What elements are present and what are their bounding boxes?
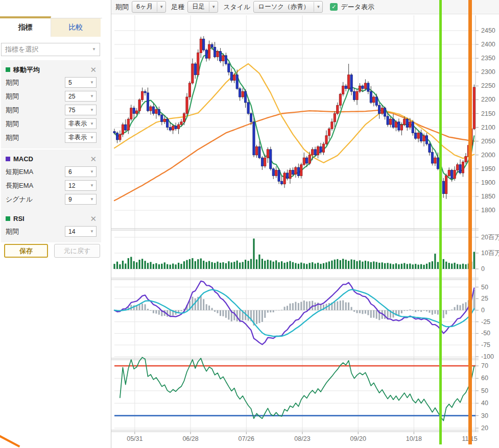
close-icon[interactable]: ✕ bbox=[90, 215, 97, 222]
svg-text:-25: -25 bbox=[481, 318, 490, 326]
svg-text:60: 60 bbox=[481, 375, 488, 382]
svg-text:-75: -75 bbox=[481, 341, 490, 349]
chevron-down-icon: ▼ bbox=[314, 5, 322, 9]
svg-text:10/18: 10/18 bbox=[406, 435, 422, 442]
check-icon: ✓ bbox=[331, 4, 336, 10]
close-icon[interactable]: ✕ bbox=[90, 155, 97, 163]
svg-text:2200: 2200 bbox=[481, 96, 495, 103]
chevron-down-icon: ▼ bbox=[209, 5, 218, 9]
macd-short-ema-label: 短期EMA bbox=[6, 167, 33, 177]
ma-period-2-label: 期間 bbox=[6, 92, 19, 101]
chevron-down-icon: ▼ bbox=[92, 47, 96, 52]
chevron-down-icon: ▼ bbox=[157, 5, 165, 9]
close-icon[interactable]: ✕ bbox=[90, 66, 97, 73]
svg-text:20: 20 bbox=[481, 425, 488, 432]
ma-period-5-label: 期間 bbox=[6, 133, 19, 142]
svg-text:10百万: 10百万 bbox=[481, 250, 499, 257]
svg-text:1900: 1900 bbox=[481, 179, 495, 186]
macd-panel-title: MACD bbox=[13, 155, 33, 163]
svg-text:2400: 2400 bbox=[481, 41, 495, 48]
chevron-down-icon: ▼ bbox=[90, 94, 94, 98]
svg-text:2100: 2100 bbox=[481, 124, 495, 131]
ma-period-4-label: 期間 bbox=[6, 119, 19, 129]
rsi-color-swatch bbox=[6, 216, 10, 221]
ma-period-2-select[interactable]: 25▼ bbox=[65, 91, 97, 102]
svg-text:05/31: 05/31 bbox=[127, 435, 142, 442]
save-button[interactable]: 保存 bbox=[4, 244, 48, 258]
svg-text:-50: -50 bbox=[481, 330, 490, 337]
macd-color-swatch bbox=[6, 157, 10, 161]
svg-text:2000: 2000 bbox=[481, 152, 495, 159]
svg-text:2250: 2250 bbox=[481, 82, 495, 89]
svg-text:-100: -100 bbox=[481, 353, 494, 360]
macd-panel: MACD ✕ 短期EMA 6▼ 長期EMA 12▼ シグナル 9▼ bbox=[1, 150, 101, 210]
rsi-panel: RSI ✕ 期間 14▼ bbox=[1, 209, 101, 242]
svg-text:2450: 2450 bbox=[481, 27, 495, 34]
bar-type-select[interactable]: 日足 ▼ bbox=[187, 1, 218, 13]
svg-text:70: 70 bbox=[481, 362, 488, 369]
rsi-panel-title: RSI bbox=[13, 215, 25, 222]
macd-signal-select[interactable]: 9▼ bbox=[65, 194, 97, 205]
ma-color-swatch bbox=[6, 67, 10, 72]
moving-average-panel: 移動平均 ✕ 期間 5▼ 期間 25▼ 期間 75▼ 期間 非表示▼ 期間 非表… bbox=[1, 60, 101, 148]
macd-long-ema-label: 長期EMA bbox=[6, 181, 33, 190]
data-display-checkbox[interactable]: ✓ bbox=[330, 3, 338, 11]
bar-type-label: 足種 bbox=[171, 3, 184, 12]
svg-text:06/28: 06/28 bbox=[182, 435, 198, 442]
ma-period-1-select[interactable]: 5▼ bbox=[65, 77, 97, 88]
svg-text:1850: 1850 bbox=[481, 193, 495, 200]
chevron-down-icon: ▼ bbox=[90, 184, 94, 188]
indicator-select[interactable]: 指標を選択 ▼ bbox=[1, 43, 100, 56]
ma-panel-title: 移動平均 bbox=[13, 65, 40, 74]
chevron-down-icon: ▼ bbox=[90, 170, 94, 174]
style-label: スタイル bbox=[223, 3, 250, 12]
svg-text:0: 0 bbox=[481, 307, 485, 314]
style-select[interactable]: ローソク（赤青） ▼ bbox=[253, 1, 323, 13]
reset-button[interactable]: 元に戻す bbox=[54, 244, 100, 258]
tab-compare-label: 比較 bbox=[69, 23, 83, 32]
indicator-sidebar: 指標 比較 指標を選択 ▼ 移動平均 ✕ 期間 5▼ 期間 25▼ 期間 75▼… bbox=[0, 0, 111, 448]
tab-indicators[interactable]: 指標 bbox=[0, 16, 51, 37]
svg-text:25: 25 bbox=[481, 295, 488, 302]
chevron-down-icon: ▼ bbox=[90, 136, 94, 140]
tab-compare[interactable]: 比較 bbox=[51, 18, 101, 37]
crosshair-orange-line bbox=[468, 0, 472, 444]
chevron-down-icon: ▼ bbox=[90, 230, 94, 234]
svg-text:08/23: 08/23 bbox=[294, 435, 310, 442]
macd-long-ema-select[interactable]: 12▼ bbox=[65, 180, 97, 191]
chevron-down-icon: ▼ bbox=[90, 122, 94, 126]
svg-text:50: 50 bbox=[481, 284, 488, 291]
rsi-period-label: 期間 bbox=[6, 227, 19, 236]
rsi-period-select[interactable]: 14▼ bbox=[65, 226, 97, 237]
period-select[interactable]: 6ヶ月 ▼ bbox=[132, 1, 166, 13]
svg-text:1950: 1950 bbox=[481, 165, 495, 172]
svg-text:2300: 2300 bbox=[481, 68, 495, 76]
macd-short-ema-select[interactable]: 6▼ bbox=[65, 166, 97, 177]
indicator-select-placeholder: 指標を選択 bbox=[5, 45, 38, 54]
svg-text:1800: 1800 bbox=[481, 207, 495, 214]
svg-text:50: 50 bbox=[481, 387, 488, 394]
svg-text:20百万: 20百万 bbox=[481, 234, 499, 241]
chevron-down-icon: ▼ bbox=[90, 108, 94, 112]
svg-text:2150: 2150 bbox=[481, 110, 495, 117]
crosshair-green-line bbox=[439, 0, 442, 444]
ma-period-3-select[interactable]: 75▼ bbox=[65, 105, 97, 115]
ma-period-5-select[interactable]: 非表示▼ bbox=[65, 132, 97, 143]
svg-text:09/20: 09/20 bbox=[350, 435, 366, 442]
chevron-down-icon: ▼ bbox=[90, 81, 94, 85]
chevron-down-icon: ▼ bbox=[90, 197, 94, 202]
macd-signal-label: シグナル bbox=[6, 195, 33, 204]
ma-period-1-label: 期間 bbox=[6, 78, 19, 87]
period-label: 期間 bbox=[115, 3, 129, 12]
svg-text:40: 40 bbox=[481, 400, 488, 407]
data-display-label: データ表示 bbox=[341, 3, 374, 12]
svg-text:2350: 2350 bbox=[481, 55, 495, 62]
svg-text:0: 0 bbox=[481, 265, 485, 272]
tab-indicators-label: 指標 bbox=[18, 23, 33, 32]
svg-text:2050: 2050 bbox=[481, 138, 495, 145]
ma-period-4-select[interactable]: 非表示▼ bbox=[65, 118, 97, 129]
ma-period-3-label: 期間 bbox=[6, 106, 19, 115]
svg-text:07/26: 07/26 bbox=[239, 435, 254, 442]
svg-text:30: 30 bbox=[481, 412, 488, 419]
